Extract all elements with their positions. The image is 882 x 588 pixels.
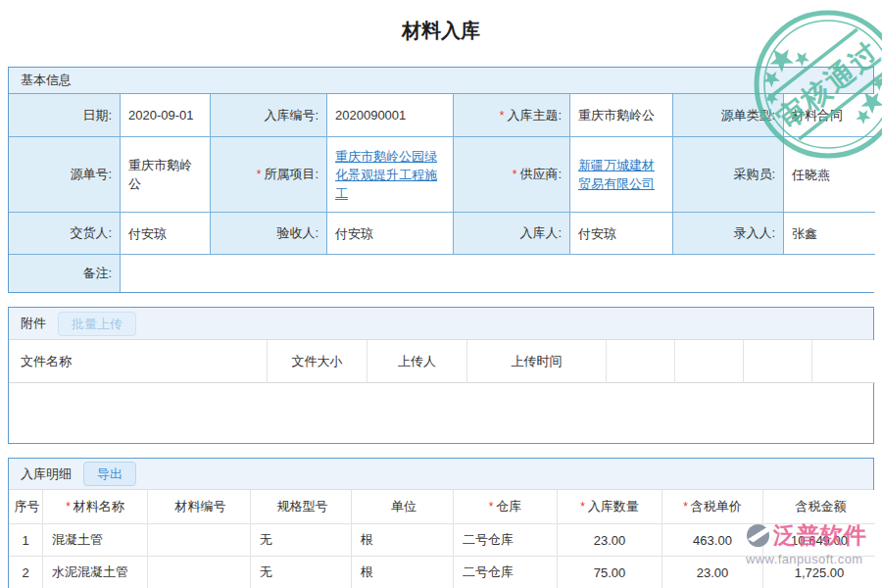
attachments-col-empty [744, 340, 812, 383]
field-value-inbound-no: 2020090001 [327, 94, 454, 137]
basic-info-section: 基本信息 日期: 2020-09-01 入库编号: 2020090001 *入库… [8, 67, 874, 293]
attachments-col-empty [675, 340, 744, 383]
cell-spec: 无 [251, 557, 352, 588]
material-inbound-page: 材料入库 基本信息 日期: 2020-09-01 入库编号: 202009000… [0, 0, 882, 588]
cell-unit: 根 [352, 524, 454, 557]
field-value-source-type: 材料合同 [784, 94, 875, 137]
field-label-source-no: 源单号: [9, 137, 121, 213]
detail-table-row: 2 水泥混凝土管 无 根 二号仓库 75.00 23.00 1,725.00 [9, 557, 873, 588]
field-value-purchaser: 任晓燕 [784, 137, 875, 213]
field-value-warehouse-keeper: 付安琼 [570, 213, 673, 255]
cell-material-name: 混凝土管 [43, 524, 148, 557]
field-label-remark: 备注: [9, 255, 121, 292]
cell-amount: 1,725.00 [763, 557, 875, 588]
field-value-remark [121, 255, 875, 292]
detail-col-amount: 含税金额 [763, 490, 875, 524]
attachments-col-upload-time: 上传时间 [467, 340, 607, 383]
detail-col-seq: 序号 [9, 490, 43, 524]
attachments-section-title: 附件 [21, 315, 46, 332]
inbound-detail-section: 入库明细 导出 序号 *材料名称 材料编号 规格型号 单位 *仓库 *入库数量 … [8, 458, 874, 588]
attachments-col-empty [607, 340, 675, 383]
field-label-warehouse-keeper: 入库人: [454, 213, 570, 255]
cell-material-no [148, 557, 251, 588]
attachments-table-header: 文件名称 文件大小 上传人 上传时间 [9, 340, 873, 383]
field-label-inbound-no: 入库编号: [211, 94, 327, 137]
cell-unit: 根 [352, 557, 454, 588]
basic-info-section-header: 基本信息 [9, 68, 873, 94]
attachments-col-filesize: 文件大小 [268, 340, 368, 383]
field-value-source-no: 重庆市鹅岭公 [121, 137, 211, 213]
project-link[interactable]: 重庆市鹅岭公园绿化景观提升工程施工 [335, 147, 445, 203]
field-value-entry-clerk: 张鑫 [784, 213, 875, 255]
detail-col-quantity: *入库数量 [558, 490, 662, 524]
field-label-source-type: 源单类型: [673, 94, 784, 137]
field-value-supplier: 新疆万城建材贸易有限公司 [570, 137, 673, 213]
detail-col-material-no: 材料编号 [148, 490, 251, 524]
detail-table-row: 1 混凝土管 无 根 二号仓库 23.00 463.00 10,649.00 [9, 524, 873, 557]
field-value-inspector: 付安琼 [327, 213, 454, 255]
attachments-section-header: 附件 批量上传 [9, 308, 873, 340]
attachments-col-filename: 文件名称 [9, 340, 268, 383]
cell-warehouse: 二号仓库 [454, 557, 558, 588]
cell-quantity: 23.00 [558, 524, 662, 557]
field-value-date: 2020-09-01 [121, 94, 211, 137]
detail-col-warehouse: *仓库 [454, 490, 558, 524]
cell-amount: 10,649.00 [763, 524, 875, 557]
attachments-col-uploader: 上传人 [368, 340, 467, 383]
field-value-project: 重庆市鹅岭公园绿化景观提升工程施工 [327, 137, 454, 213]
cell-quantity: 75.00 [558, 557, 662, 588]
field-value-deliverer: 付安琼 [121, 213, 211, 255]
detail-col-unit: 单位 [352, 490, 454, 524]
field-label-purchaser: 采购员: [673, 137, 784, 213]
field-label-supplier: *供应商: [454, 137, 570, 213]
field-label-project: *所属项目: [211, 137, 327, 213]
detail-col-unit-price: *含税单价 [662, 490, 763, 524]
field-label-subject: *入库主题: [454, 94, 570, 137]
attachments-empty-body [9, 383, 873, 443]
required-mark: * [500, 109, 505, 122]
cell-material-name: 水泥混凝土管 [43, 557, 148, 588]
cell-spec: 无 [251, 524, 352, 557]
export-button[interactable]: 导出 [83, 462, 136, 486]
basic-info-section-title: 基本信息 [21, 72, 72, 89]
field-value-subject: 重庆市鹅岭公 [570, 94, 673, 137]
supplier-link[interactable]: 新疆万城建材贸易有限公司 [578, 156, 664, 193]
page-title: 材料入库 [0, 18, 882, 44]
field-label-date: 日期: [9, 94, 121, 137]
inbound-detail-section-header: 入库明细 导出 [9, 459, 873, 490]
attachments-section: 附件 批量上传 文件名称 文件大小 上传人 上传时间 [8, 307, 874, 444]
required-mark: * [513, 168, 517, 181]
field-label-entry-clerk: 录入人: [673, 213, 784, 255]
inbound-detail-section-title: 入库明细 [21, 466, 72, 483]
attachments-col-empty [812, 340, 875, 383]
cell-material-no [148, 524, 251, 557]
required-mark: * [257, 168, 262, 181]
cell-unit-price: 463.00 [662, 524, 763, 557]
cell-seq: 1 [9, 524, 43, 557]
field-label-inspector: 验收人: [211, 213, 327, 255]
basic-info-grid: 日期: 2020-09-01 入库编号: 2020090001 *入库主题: 重… [9, 94, 873, 292]
detail-col-spec: 规格型号 [251, 490, 352, 524]
batch-upload-button[interactable]: 批量上传 [58, 312, 136, 336]
detail-table-header: 序号 *材料名称 材料编号 规格型号 单位 *仓库 *入库数量 *含税单价 含税… [9, 490, 873, 524]
detail-col-material-name: *材料名称 [43, 490, 148, 524]
field-label-deliverer: 交货人: [9, 213, 121, 255]
cell-unit-price: 23.00 [662, 557, 763, 588]
cell-seq: 2 [9, 557, 43, 588]
cell-warehouse: 二号仓库 [454, 524, 558, 557]
